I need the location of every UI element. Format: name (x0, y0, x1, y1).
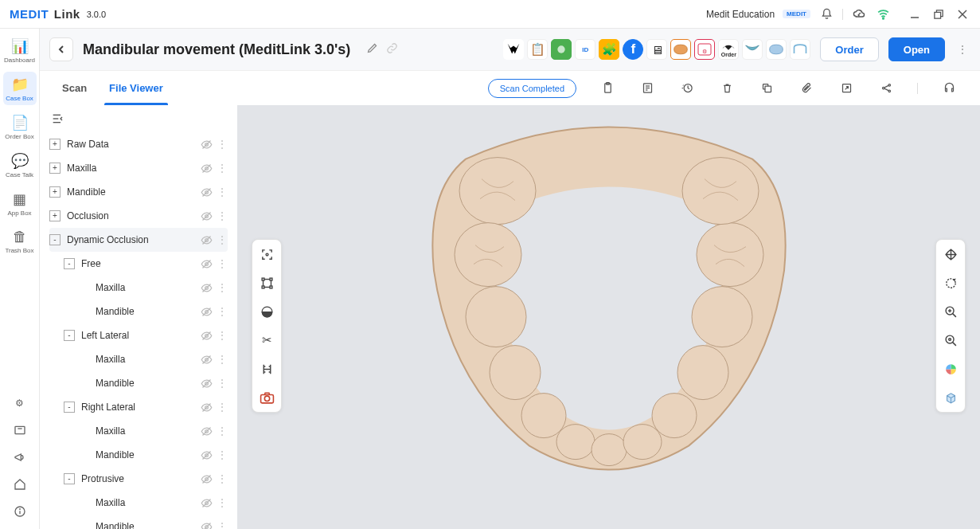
collapse-icon[interactable]: - (64, 473, 75, 484)
row-menu-icon[interactable]: ⋮ (217, 330, 228, 341)
bell-icon[interactable] (818, 6, 834, 22)
collapse-icon[interactable]: - (64, 330, 75, 341)
app-id-icon[interactable]: ID (575, 39, 595, 60)
export-icon[interactable] (837, 80, 855, 97)
app-model-icon[interactable] (670, 39, 691, 60)
link-icon[interactable] (386, 42, 398, 57)
minimize-icon[interactable] (907, 6, 923, 22)
3d-viewer[interactable]: ✂ (237, 105, 980, 529)
collapse-icon[interactable]: - (49, 234, 61, 245)
home-icon[interactable] (9, 473, 31, 496)
row-menu-icon[interactable]: ⋮ (217, 402, 228, 413)
app-order-icon[interactable]: Order (718, 39, 739, 60)
tree-row[interactable]: +Mandible⋮ (49, 180, 228, 204)
back-button[interactable] (49, 37, 73, 61)
color-wheel-icon[interactable] (941, 359, 960, 378)
app-teeth-icon[interactable]: ⚙ (694, 39, 715, 60)
row-menu-icon[interactable]: ⋮ (217, 163, 228, 174)
visibility-icon[interactable] (199, 282, 213, 294)
tree-row[interactable]: +Maxilla⋮ (49, 156, 228, 180)
cube-view-icon[interactable] (941, 388, 960, 407)
cloud-sync-icon[interactable] (851, 6, 867, 22)
visibility-icon[interactable] (199, 449, 213, 461)
visibility-icon[interactable] (199, 497, 213, 509)
app-facebook-icon[interactable]: f (623, 39, 643, 60)
visibility-icon[interactable] (199, 234, 213, 246)
app-green-icon[interactable] (551, 39, 572, 60)
copy-icon[interactable] (758, 80, 775, 97)
row-menu-icon[interactable]: ⋮ (217, 425, 228, 437)
note-icon[interactable] (638, 80, 656, 97)
row-menu-icon[interactable]: ⋮ (217, 258, 228, 269)
expand-icon[interactable]: + (49, 139, 61, 150)
rotate-icon[interactable] (941, 273, 960, 292)
capture-icon[interactable] (257, 388, 276, 407)
rail-case-box[interactable]: 📁 Case Box (3, 72, 37, 105)
tree-row[interactable]: +Raw Data⋮ (49, 132, 228, 156)
scan-status-pill[interactable]: Scan Completed (488, 79, 576, 98)
expand-icon[interactable]: + (49, 186, 61, 198)
row-menu-icon[interactable]: ⋮ (217, 210, 228, 221)
tree-row[interactable]: Mandible⋮ (49, 371, 228, 395)
tree-row[interactable]: Mandible⋮ (49, 443, 228, 467)
visibility-icon[interactable] (199, 402, 213, 413)
visibility-icon[interactable] (199, 473, 213, 485)
delete-icon[interactable] (718, 80, 736, 97)
clipboard-icon[interactable] (599, 80, 616, 97)
visibility-icon[interactable] (199, 306, 213, 318)
megaphone-icon[interactable] (9, 446, 31, 468)
tree-row[interactable]: -Left Lateral⋮ (49, 323, 228, 347)
row-menu-icon[interactable]: ⋮ (217, 186, 228, 198)
tree-row[interactable]: +Occlusion⋮ (49, 204, 228, 228)
collapse-icon[interactable]: - (64, 402, 75, 413)
row-menu-icon[interactable]: ⋮ (217, 234, 228, 245)
maximize-icon[interactable] (931, 6, 947, 22)
app-ortho-icon[interactable] (790, 39, 810, 60)
rail-dashboard[interactable]: 📊 Dashboard (3, 33, 37, 67)
order-button[interactable]: Order (820, 37, 878, 61)
tree-collapse-icon[interactable] (40, 105, 237, 132)
tree-row[interactable]: -Protrusive⋮ (49, 467, 228, 491)
expand-icon[interactable]: + (49, 163, 61, 174)
tree-row[interactable]: -Right Lateral⋮ (49, 395, 228, 419)
app-smile-icon[interactable] (742, 39, 763, 60)
tab-file-viewer[interactable]: File Viewer (109, 71, 163, 105)
row-menu-icon[interactable]: ⋮ (217, 354, 228, 365)
app-crow-icon[interactable] (503, 39, 524, 60)
row-menu-icon[interactable]: ⋮ (217, 378, 228, 389)
tree-row[interactable]: Maxilla⋮ (49, 491, 228, 515)
visibility-icon[interactable] (199, 210, 213, 222)
shading-icon[interactable] (257, 302, 276, 321)
rail-app-box[interactable]: ▦ App Box (3, 186, 37, 220)
zoom-in-icon[interactable] (941, 302, 960, 321)
tree-row[interactable]: -Free⋮ (49, 252, 228, 276)
transform-icon[interactable] (257, 273, 276, 292)
user-label[interactable]: Medit Education (706, 9, 775, 20)
visibility-icon[interactable] (199, 378, 213, 390)
visibility-icon[interactable] (199, 521, 213, 530)
row-menu-icon[interactable]: ⋮ (217, 139, 228, 150)
tree-row[interactable]: Maxilla⋮ (49, 347, 228, 371)
more-menu-icon[interactable]: ⋮ (955, 37, 970, 61)
info-icon[interactable] (9, 500, 31, 523)
tree-row[interactable]: Maxilla⋮ (49, 419, 228, 443)
app-monitor-icon[interactable]: 🖥 (646, 39, 667, 60)
wifi-icon[interactable] (875, 6, 891, 22)
history-icon[interactable] (678, 80, 696, 97)
tree-row[interactable]: -Dynamic Occlusion⋮ (49, 228, 228, 252)
focus-icon[interactable] (257, 245, 276, 264)
app-scan-icon[interactable]: 📋 (527, 39, 548, 60)
row-menu-icon[interactable]: ⋮ (217, 473, 228, 484)
visibility-icon[interactable] (199, 354, 213, 366)
open-button[interactable]: Open (888, 37, 945, 61)
rail-case-talk[interactable]: 💬 Case Talk (3, 148, 37, 182)
visibility-icon[interactable] (199, 139, 213, 151)
expand-icon[interactable]: + (49, 210, 61, 221)
visibility-icon[interactable] (199, 330, 213, 342)
pan-icon[interactable] (941, 245, 960, 264)
rail-order-box[interactable]: 📄 Order Box (3, 110, 37, 143)
share-icon[interactable] (877, 80, 895, 97)
folder-open-icon[interactable] (9, 419, 31, 441)
visibility-icon[interactable] (199, 425, 213, 437)
collapse-icon[interactable]: - (64, 258, 75, 269)
